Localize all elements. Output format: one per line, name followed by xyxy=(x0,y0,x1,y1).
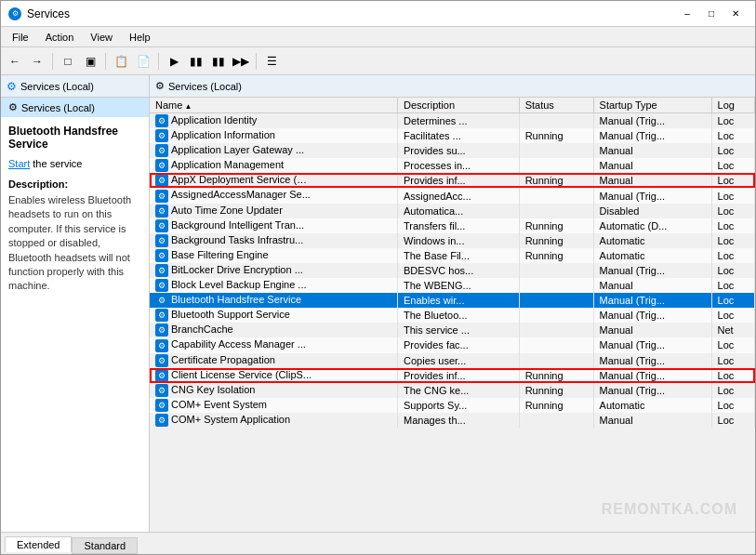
minimize-button[interactable]: – xyxy=(675,5,699,23)
play-button[interactable]: ▶ xyxy=(164,51,184,72)
col-startup[interactable]: Startup Type xyxy=(593,98,711,113)
table-row[interactable]: ⚙CNG Key IsolationThe CNG ke...RunningMa… xyxy=(150,383,755,398)
stop-button[interactable]: ▮▮ xyxy=(186,51,206,72)
service-log-cell: Loc xyxy=(711,158,754,173)
menu-action[interactable]: Action xyxy=(38,30,82,45)
link-suffix: the service xyxy=(30,158,82,169)
service-status-cell: Running xyxy=(519,218,593,233)
restart-button[interactable]: ▶▶ xyxy=(231,51,251,72)
table-row[interactable]: ⚙Application IdentityDetermines ...Manua… xyxy=(150,113,755,129)
col-name[interactable]: Name xyxy=(150,98,398,113)
properties-button[interactable]: ☰ xyxy=(261,51,282,72)
services-tbody: ⚙Application IdentityDetermines ...Manua… xyxy=(150,113,755,428)
copy-button[interactable]: 📋 xyxy=(111,51,131,72)
service-icon: ⚙ xyxy=(155,354,168,367)
maximize-button[interactable]: □ xyxy=(699,5,723,23)
left-panel: ⚙ Services (Local) ⚙ Services (Local) Bl… xyxy=(1,75,150,532)
description-text: Enables wireless Bluetooth headsets to r… xyxy=(8,193,141,294)
table-row[interactable]: ⚙Client License Service (ClipS...Provide… xyxy=(150,368,755,383)
service-log-cell: Loc xyxy=(711,383,754,398)
service-icon: ⚙ xyxy=(155,144,168,157)
window-controls: – □ ✕ xyxy=(675,5,748,23)
service-startup-cell: Manual xyxy=(593,173,711,188)
service-status-cell xyxy=(519,263,593,278)
service-description-cell: The Bluetoo... xyxy=(398,308,520,323)
service-name-cell: ⚙Background Tasks Infrastru... xyxy=(150,233,398,248)
table-row[interactable]: ⚙Capability Access Manager ...Provides f… xyxy=(150,337,755,352)
table-row[interactable]: ⚙Base Filtering EngineThe Base Fil...Run… xyxy=(150,248,755,263)
service-status-cell: Running xyxy=(519,398,593,413)
service-status-cell xyxy=(519,337,593,352)
service-name-cell: ⚙Application Information xyxy=(150,128,398,143)
service-description-cell: Provides fac... xyxy=(398,337,520,352)
services-table-wrapper[interactable]: Name Description Status Startup Type Log… xyxy=(150,98,755,532)
service-name-cell: ⚙Client License Service (ClipS... xyxy=(150,368,398,383)
service-icon: ⚙ xyxy=(155,324,168,337)
toolbar: ← → □ ▣ 📋 📄 ▶ ▮▮ ▮▮ ▶▶ ☰ xyxy=(1,47,755,75)
service-name-cell: ⚙Bluetooth Support Service xyxy=(150,308,398,323)
menu-help[interactable]: Help xyxy=(122,30,158,45)
left-panel-title: Services (Local) xyxy=(20,81,94,92)
service-description-cell: BDESVC hos... xyxy=(398,263,520,278)
table-row[interactable]: ⚙COM+ Event SystemSupports Sy...RunningA… xyxy=(150,398,755,413)
service-name-cell: ⚙AppX Deployment Service (… xyxy=(150,173,398,188)
service-name-cell: ⚙Application Identity xyxy=(150,113,398,129)
service-startup-cell: Automatic xyxy=(593,398,711,413)
table-row[interactable]: ⚙AssignedAccessManager Se...AssignedAcc.… xyxy=(150,188,755,203)
service-status-cell: Running xyxy=(519,383,593,398)
pause-button[interactable]: ▮▮ xyxy=(208,51,229,72)
table-row[interactable]: ⚙Background Tasks Infrastru...Windows in… xyxy=(150,233,755,248)
service-icon: ⚙ xyxy=(155,159,168,172)
service-log-cell: Loc xyxy=(711,308,754,323)
table-row[interactable]: ⚙BranchCacheThis service ...ManualNet xyxy=(150,323,755,337)
table-row[interactable]: ⚙Bluetooth Handsfree ServiceEnables wir.… xyxy=(150,293,755,308)
table-row[interactable]: ⚙BitLocker Drive Encryption ...BDESVC ho… xyxy=(150,263,755,278)
paste-button[interactable]: 📄 xyxy=(133,51,153,72)
col-description[interactable]: Description xyxy=(398,98,520,113)
close-button[interactable]: ✕ xyxy=(723,5,748,23)
show-hide-button[interactable]: ▣ xyxy=(80,51,100,72)
service-description-cell: Transfers fil... xyxy=(398,218,520,233)
menu-bar: File Action View Help xyxy=(1,27,755,47)
service-icon: ⚙ xyxy=(155,384,168,397)
main-window: ⚙ Services – □ ✕ File Action View Help ←… xyxy=(0,0,756,555)
table-row[interactable]: ⚙Application InformationFacilitates ...R… xyxy=(150,128,755,143)
table-row[interactable]: ⚙Certificate PropagationCopies user...Ma… xyxy=(150,353,755,368)
table-row[interactable]: ⚙Application ManagementProcesses in...Ma… xyxy=(150,158,755,173)
service-description-cell: The WBENG... xyxy=(398,278,520,293)
col-log[interactable]: Log xyxy=(711,98,754,113)
tab-standard[interactable]: Standard xyxy=(72,537,138,554)
right-panel-icon: ⚙ xyxy=(155,80,165,92)
table-row[interactable]: ⚙Block Level Backup Engine ...The WBENG.… xyxy=(150,278,755,293)
start-service-link[interactable]: Start xyxy=(8,158,30,169)
table-row[interactable]: ⚙Bluetooth Support ServiceThe Bluetoo...… xyxy=(150,308,755,323)
up-button[interactable]: □ xyxy=(58,51,78,72)
table-row[interactable]: ⚙Application Layer Gateway ...Provides s… xyxy=(150,143,755,158)
table-row[interactable]: ⚙AppX Deployment Service (…Provides inf.… xyxy=(150,173,755,188)
table-row[interactable]: ⚙Background Intelligent Tran...Transfers… xyxy=(150,218,755,233)
menu-file[interactable]: File xyxy=(5,30,36,45)
service-name-cell: ⚙Bluetooth Handsfree Service xyxy=(150,293,398,308)
service-name-cell: ⚙COM+ Event System xyxy=(150,398,398,413)
nav-label: Services (Local) xyxy=(21,102,95,113)
nav-services-local[interactable]: ⚙ Services (Local) xyxy=(1,98,149,117)
forward-button[interactable]: → xyxy=(27,51,47,72)
service-log-cell: Loc xyxy=(711,218,754,233)
service-log-cell: Loc xyxy=(711,173,754,188)
tab-extended[interactable]: Extended xyxy=(5,536,72,552)
service-status-cell xyxy=(519,113,593,129)
service-icon: ⚙ xyxy=(155,294,168,307)
service-status-cell xyxy=(519,323,593,337)
service-startup-cell: Manual xyxy=(593,143,711,158)
service-log-cell: Loc xyxy=(711,353,754,368)
service-description-cell: This service ... xyxy=(398,323,520,337)
col-status[interactable]: Status xyxy=(519,98,593,113)
back-button[interactable]: ← xyxy=(5,51,25,72)
services-table: Name Description Status Startup Type Log… xyxy=(150,98,755,428)
table-row[interactable]: ⚙COM+ System ApplicationManages th...Man… xyxy=(150,413,755,428)
service-status-cell xyxy=(519,308,593,323)
table-row[interactable]: ⚙Auto Time Zone UpdaterAutomatica...Disa… xyxy=(150,204,755,218)
service-log-cell: Loc xyxy=(711,293,754,308)
service-description-cell: Provides su... xyxy=(398,143,520,158)
menu-view[interactable]: View xyxy=(83,30,120,45)
